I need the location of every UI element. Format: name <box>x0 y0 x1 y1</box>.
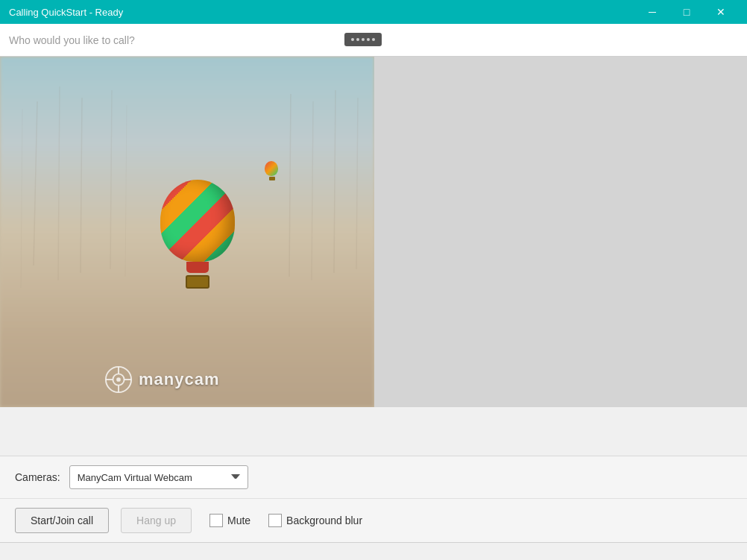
balloon-envelope <box>160 180 235 262</box>
small-balloon-envelope <box>265 161 278 176</box>
background-blur-group: Background blur <box>268 514 362 527</box>
bottom-controls: Cameras: ManyCam Virtual Webcam Start/Jo… <box>0 456 747 542</box>
mute-label: Mute <box>227 515 250 526</box>
right-panel <box>374 57 747 407</box>
background-blur-checkbox[interactable] <box>268 514 282 527</box>
maximize-button[interactable]: □ <box>669 0 704 24</box>
camera-row: Cameras: ManyCam Virtual Webcam <box>0 456 747 499</box>
dot-5 <box>372 38 375 41</box>
minimize-button[interactable]: ─ <box>635 0 669 24</box>
status-bar <box>0 542 747 560</box>
dot-4 <box>367 38 370 41</box>
manycam-logo: manycam <box>104 365 220 394</box>
scroll-indicator <box>344 33 382 46</box>
close-button[interactable]: ✕ <box>704 0 738 24</box>
balloon-neck <box>186 262 209 273</box>
action-row: Start/Join call Hang up Mute Background … <box>0 499 747 542</box>
search-input[interactable] <box>9 34 352 46</box>
window-controls: ─ □ ✕ <box>635 0 738 24</box>
manycam-logo-icon <box>104 365 133 394</box>
start-join-button[interactable]: Start/Join call <box>15 508 109 533</box>
dot-2 <box>356 38 359 41</box>
camera-preview: manycam <box>0 57 374 407</box>
manycam-logo-text: manycam <box>139 370 220 389</box>
hot-air-balloon-small <box>265 161 280 179</box>
chevron-down-icon <box>231 474 240 480</box>
hang-up-button[interactable]: Hang up <box>121 508 192 533</box>
mute-checkbox[interactable] <box>209 514 223 527</box>
svg-point-16 <box>116 377 121 382</box>
camera-select-value: ManyCam Virtual Webcam <box>78 472 225 483</box>
balloon-basket <box>186 275 209 289</box>
search-bar <box>0 24 747 57</box>
camera-select-dropdown[interactable]: ManyCam Virtual Webcam <box>69 465 248 489</box>
mute-group: Mute <box>209 514 250 527</box>
app-title: Calling QuickStart - Ready <box>9 7 123 18</box>
dot-1 <box>351 38 354 41</box>
background-blur-label: Background blur <box>286 515 362 526</box>
title-bar: Calling QuickStart - Ready ─ □ ✕ <box>0 0 747 24</box>
dot-3 <box>362 38 365 41</box>
main-content: manycam <box>0 57 747 456</box>
small-balloon-basket <box>269 177 275 180</box>
cameras-label: Cameras: <box>15 471 60 483</box>
scroll-dots <box>351 38 375 41</box>
hot-air-balloon-main <box>149 180 246 303</box>
